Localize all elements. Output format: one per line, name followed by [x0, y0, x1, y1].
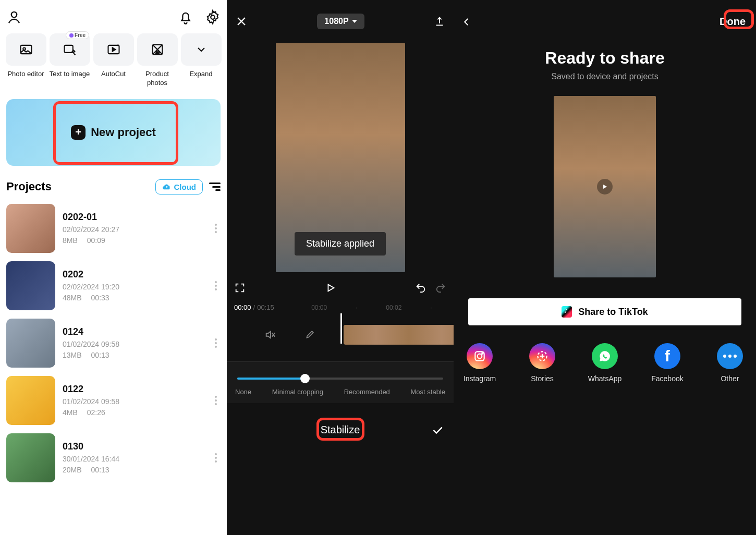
share-instagram[interactable]: Instagram: [456, 343, 504, 383]
share-stories[interactable]: Stories: [518, 343, 566, 383]
redo-icon[interactable]: [435, 282, 446, 294]
project-name: 0202: [63, 269, 204, 280]
tool-label: AutoCut: [101, 70, 126, 79]
whatsapp-icon: [592, 343, 618, 369]
share-other[interactable]: Other: [706, 343, 754, 383]
confirm-icon[interactable]: [431, 423, 444, 436]
tool-product-photos[interactable]: AI Product photos: [137, 33, 178, 88]
project-name: 0122: [63, 384, 204, 395]
share-targets-row: Instagram Stories WhatsApp f Facebook Ot…: [454, 325, 756, 383]
share-label: Other: [721, 374, 739, 383]
tool-label: Photo editor: [7, 70, 44, 79]
instagram-icon: [467, 343, 493, 369]
edit-icon[interactable]: [305, 329, 315, 339]
stabilize-footer: Stabilize: [227, 403, 454, 445]
done-button[interactable]: Done: [717, 15, 748, 29]
project-thumb: [6, 204, 55, 253]
back-icon[interactable]: [462, 15, 471, 29]
editor-header: 1080P: [227, 0, 454, 43]
project-list: 0202-01 02/02/2024 20:27 8MB00:09 0202 0…: [0, 200, 227, 535]
time-current: 00:00: [234, 303, 251, 311]
share-label: Facebook: [651, 374, 683, 383]
project-name: 0202-01: [63, 212, 204, 223]
tool-photo-editor[interactable]: Photo editor: [5, 33, 46, 88]
project-size: 48MB: [63, 294, 82, 302]
project-name: 0130: [63, 441, 204, 452]
project-more-icon[interactable]: [211, 281, 221, 290]
project-item[interactable]: 0202-01 02/02/2024 20:27 8MB00:09: [6, 200, 221, 257]
tool-label: Text to image: [50, 70, 90, 79]
mute-icon[interactable]: [264, 329, 276, 341]
slider-label: Minimal cropping: [272, 388, 323, 396]
sort-icon[interactable]: [209, 183, 221, 191]
profile-icon[interactable]: [6, 9, 22, 25]
share-label: WhatsApp: [588, 374, 622, 383]
play-icon[interactable]: [325, 282, 336, 294]
new-project-button[interactable]: + New project: [6, 99, 221, 166]
undo-icon[interactable]: [415, 282, 426, 294]
timeline[interactable]: [227, 313, 454, 361]
notifications-icon[interactable]: [178, 9, 193, 25]
share-title: Ready to share: [454, 48, 756, 68]
project-duration: 00:33: [91, 294, 109, 302]
clip-strip[interactable]: [344, 325, 454, 345]
project-date: 02/02/2024 19:20: [63, 283, 204, 291]
home-header: [0, 0, 227, 33]
tool-expand[interactable]: Expand: [180, 33, 222, 88]
playhead[interactable]: [340, 313, 342, 344]
project-size: 8MB: [63, 236, 78, 245]
done-label: Done: [720, 16, 746, 27]
project-item[interactable]: 0124 01/02/2024 09:58 13MB00:13: [6, 314, 221, 372]
share-label: Stories: [531, 374, 554, 383]
share-whatsapp[interactable]: WhatsApp: [581, 343, 629, 383]
slider-label: None: [235, 388, 251, 396]
fullscreen-icon[interactable]: [234, 282, 246, 294]
project-more-icon[interactable]: [211, 396, 221, 405]
project-item[interactable]: 0130 30/01/2024 16:44 20MB00:13: [6, 429, 221, 487]
project-date: 30/01/2024 16:44: [63, 455, 204, 463]
svg-rect-4: [64, 45, 72, 53]
project-date: 01/02/2024 09:58: [63, 397, 204, 406]
project-more-icon[interactable]: [211, 338, 221, 348]
time-display: 00:00 / 00:15 00:00 · 00:02 ·: [227, 303, 454, 311]
project-duration: 00:13: [91, 351, 109, 359]
tool-text-to-image[interactable]: Free Text to image: [49, 33, 90, 88]
home-projects-panel: Photo editor Free Text to image AutoCut …: [0, 0, 227, 535]
project-more-icon[interactable]: [211, 224, 221, 233]
project-item[interactable]: 0202 02/02/2024 19:20 48MB00:33: [6, 257, 221, 314]
video-preview[interactable]: Stabilize applied: [276, 43, 405, 272]
project-date: 02/02/2024 20:27: [63, 225, 204, 234]
time-total: 00:15: [257, 303, 274, 311]
project-name: 0124: [63, 326, 204, 337]
cloud-label: Cloud: [174, 183, 197, 191]
project-item[interactable]: 0122 01/02/2024 09:58 4MB02:26: [6, 372, 221, 429]
share-label: Instagram: [464, 374, 496, 383]
close-icon[interactable]: [235, 15, 248, 28]
svg-text:AI: AI: [155, 51, 160, 55]
share-tiktok-button[interactable]: Share to TikTok: [468, 298, 741, 325]
slider-thumb[interactable]: [300, 374, 310, 383]
project-date: 01/02/2024 09:58: [63, 340, 204, 348]
stabilize-slider[interactable]: [237, 378, 443, 380]
plus-icon: +: [71, 125, 86, 140]
project-thumb: [6, 261, 55, 310]
svg-point-0: [11, 12, 17, 18]
share-preview[interactable]: [554, 96, 656, 277]
toast-message: Stabilize applied: [295, 232, 386, 256]
projects-title: Projects: [6, 180, 52, 193]
play-icon[interactable]: [597, 179, 613, 194]
free-badge: Free: [66, 31, 89, 39]
share-facebook[interactable]: f Facebook: [643, 343, 691, 383]
project-duration: 02:26: [87, 408, 105, 417]
share-tiktok-label: Share to TikTok: [578, 307, 648, 318]
project-more-icon[interactable]: [211, 453, 221, 463]
tool-autocut[interactable]: AutoCut: [93, 33, 134, 88]
facebook-icon: f: [654, 343, 680, 369]
settings-icon[interactable]: [205, 9, 221, 25]
resolution-dropdown[interactable]: 1080P: [317, 14, 364, 29]
cloud-button[interactable]: Cloud: [155, 179, 203, 194]
project-thumb: [6, 376, 55, 425]
player-controls: [227, 272, 454, 303]
export-icon[interactable]: [434, 15, 445, 28]
slider-label: Recommended: [344, 388, 390, 396]
